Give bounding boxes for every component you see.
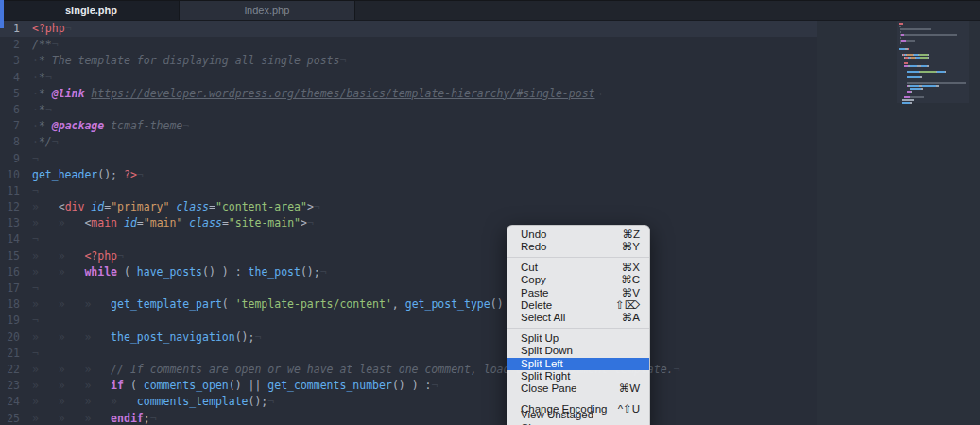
code-line[interactable]: ·* @package tcmaf-theme¬ — [32, 118, 679, 134]
menu-item-label: Copy — [521, 274, 546, 286]
minimap-segment — [929, 65, 930, 67]
code-token: the_post — [249, 265, 301, 279]
minimap-segment — [910, 85, 919, 87]
minimap-segment — [909, 48, 910, 50]
tab-single-php[interactable]: single.php — [4, 1, 180, 20]
minimap-segment — [906, 40, 915, 42]
minimap-segment — [903, 23, 903, 25]
code-token: » — [32, 363, 59, 376]
code-line[interactable]: /**¬ — [32, 37, 679, 53]
code-token: ; — [144, 412, 150, 425]
code-token: ¬ — [674, 363, 680, 376]
code-token: ¬ — [254, 331, 261, 344]
code-line[interactable]: ¬ — [32, 151, 679, 167]
code-token: » — [84, 331, 111, 344]
minimap-segment — [923, 88, 924, 90]
code-token: · — [32, 71, 39, 84]
menu-item-shortcut: ⌘W — [619, 382, 640, 395]
code-token: , — [392, 298, 405, 311]
menu-item-label: Split Down — [521, 345, 573, 357]
minimap-segment — [901, 37, 902, 39]
minimap-segment — [929, 57, 930, 59]
code-token: * — [39, 87, 52, 100]
code-token: » — [32, 298, 59, 311]
menu-item-split-up[interactable]: Split Up — [507, 332, 649, 345]
code-token: » — [59, 363, 85, 376]
menu-item-close-pane[interactable]: Close Pane⌘W — [507, 382, 649, 395]
code-line[interactable]: get_header(); ?>¬ — [32, 167, 679, 183]
minimap-segment — [899, 79, 900, 81]
menu-item-split-left[interactable]: Split Left — [507, 358, 649, 370]
minimap[interactable] — [897, 21, 969, 103]
code-token: ¬ — [182, 119, 189, 132]
code-token — [117, 216, 124, 230]
code-token: ¬ — [431, 379, 438, 392]
menu-item-redo[interactable]: Redo⌘Y — [507, 241, 649, 253]
menu-item-label: Cut — [521, 262, 538, 274]
code-token: get_header — [32, 168, 97, 181]
code-line[interactable]: » <div id="primary" class="content-area"… — [32, 199, 679, 215]
minimap-segment — [910, 96, 924, 98]
code-line[interactable]: ·*¬ — [32, 102, 679, 118]
code-token: while — [84, 265, 117, 279]
minimap-segment — [966, 82, 967, 84]
code-token: */ — [39, 135, 52, 148]
line-number: 17 — [0, 280, 20, 297]
tab-bar: single.phpindex.php — [0, 0, 980, 21]
code-token: () ) : — [392, 379, 432, 392]
code-token: = — [209, 200, 215, 213]
menu-item-label: Close Pane — [521, 382, 576, 395]
minimap-segment — [922, 85, 936, 87]
menu-item-shortcut: ⌘Y — [622, 241, 640, 253]
code-token: class — [176, 200, 209, 213]
minimap-segment — [908, 62, 909, 64]
menu-item-split-right[interactable]: Split Right — [507, 370, 649, 382]
menu-item-label: Select All — [521, 312, 565, 324]
code-token: » — [59, 412, 85, 425]
code-token: ¬ — [150, 412, 157, 425]
code-line[interactable]: ·*¬ — [32, 70, 679, 86]
code-token: » — [32, 265, 59, 279]
menu-item-copy[interactable]: Copy⌘C — [507, 274, 649, 286]
tab-index-php[interactable]: index.php — [180, 1, 355, 20]
code-token: » — [32, 412, 59, 425]
menu-item-split-down[interactable]: Split Down — [507, 345, 649, 357]
code-line[interactable]: ·* @link https://developer.wordpress.org… — [32, 86, 679, 102]
menu-item-delete[interactable]: Delete⇧⌦ — [507, 299, 649, 312]
code-token: = — [222, 216, 229, 230]
code-token: if — [111, 379, 124, 392]
menu-separator — [507, 328, 649, 329]
line-number: 25 — [0, 411, 20, 425]
code-token: (); — [301, 265, 320, 279]
code-line[interactable]: ·* The template for displaying all singl… — [32, 53, 679, 69]
line-number: 5 — [0, 86, 20, 102]
code-token: » — [59, 216, 85, 230]
code-line[interactable]: <?php¬ — [32, 21, 679, 37]
menu-item-paste[interactable]: Paste⌘V — [507, 287, 649, 299]
minimap-segment — [899, 48, 905, 50]
code-token: · — [32, 87, 39, 100]
line-number: 16 — [0, 264, 20, 280]
code-token: ¬ — [32, 232, 39, 246]
menu-item-select-all[interactable]: Select All⌘A — [507, 312, 649, 324]
code-token: » — [59, 395, 85, 408]
wrap-guide — [817, 21, 817, 425]
menu-item-label: Split Left — [521, 358, 563, 370]
code-token: <?php — [32, 22, 65, 35]
line-number: 21 — [0, 346, 20, 362]
code-token: () || — [229, 379, 268, 392]
menu-item-cut[interactable]: Cut⌘X — [507, 262, 649, 274]
code-token: get_template_part — [111, 298, 222, 311]
code-line[interactable]: ¬ — [32, 183, 679, 199]
code-line[interactable]: ·*/¬ — [32, 134, 679, 150]
code-token: ¬ — [52, 38, 59, 51]
menu-item-undo[interactable]: Undo⌘Z — [507, 229, 649, 241]
code-token: ?> — [124, 168, 137, 181]
code-token: » — [32, 216, 59, 230]
code-token: » — [84, 412, 111, 425]
code-token: » — [32, 395, 59, 408]
code-token: » — [84, 379, 111, 392]
menu-item-view-unstaged-changes[interactable]: View Unstaged Changes — [507, 416, 649, 425]
line-number: 9 — [0, 151, 20, 167]
code-token: ¬ — [594, 87, 601, 100]
